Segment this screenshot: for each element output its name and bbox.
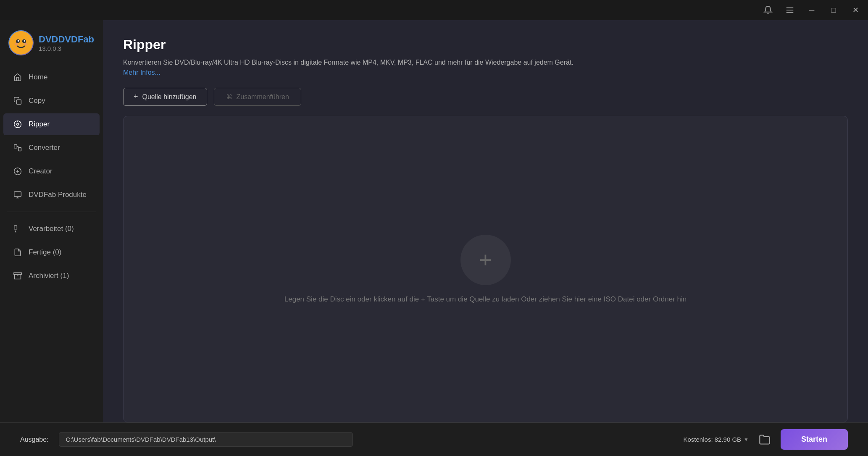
- sidebar: DVDDVDFab 13.0.0.3 Home: [0, 20, 103, 422]
- sidebar-item-copy[interactable]: Copy: [3, 90, 100, 112]
- add-source-button[interactable]: + Quelle hinzufügen: [123, 88, 207, 106]
- svg-point-3: [9, 31, 33, 55]
- drop-plus-icon: +: [479, 249, 492, 271]
- svg-rect-10: [17, 100, 21, 105]
- svg-point-12: [17, 123, 19, 126]
- sidebar-item-label: Creator: [29, 167, 53, 176]
- svg-rect-15: [14, 145, 17, 148]
- sidebar-item-label: Archiviert (1): [29, 272, 69, 280]
- window-controls: ─ □ ✕: [762, 4, 861, 16]
- merge-icon: ⌘: [226, 93, 232, 101]
- home-icon: [13, 72, 23, 82]
- svg-rect-23: [14, 226, 17, 229]
- sidebar-item-ripper[interactable]: Ripper: [3, 113, 100, 135]
- sidebar-item-label: Copy: [29, 97, 45, 105]
- processing-icon: [13, 224, 23, 234]
- titlebar: ─ □ ✕: [0, 0, 868, 20]
- footer-bar: Ausgabe: C:\Users\fab\Documents\DVDFab\D…: [0, 422, 868, 456]
- sidebar-item-creator[interactable]: Creator: [3, 160, 100, 182]
- main-layout: DVDDVDFab 13.0.0.3 Home: [0, 20, 868, 422]
- caret-down-icon: ▼: [744, 437, 749, 443]
- start-button[interactable]: Starten: [781, 429, 848, 450]
- sidebar-item-dvdfab-produkte[interactable]: DVDFab Produkte: [3, 184, 100, 206]
- drop-hint-text: Legen Sie die Disc ein oder klicken auf …: [284, 295, 687, 304]
- sidebar-item-home[interactable]: Home: [3, 66, 100, 88]
- sidebar-item-label: Home: [29, 73, 47, 81]
- svg-rect-26: [14, 273, 21, 275]
- free-space-display: Kostenlos: 82.90 GB ▼: [684, 436, 749, 443]
- sidebar-item-label: Fertige (0): [29, 248, 61, 257]
- merge-button[interactable]: ⌘ Zusammenführen: [214, 88, 301, 106]
- page-header: Ripper Konvertieren Sie DVD/Blu-ray/4K U…: [123, 37, 848, 78]
- folder-button[interactable]: [757, 432, 772, 447]
- svg-point-7: [24, 40, 26, 42]
- sidebar-divider: [7, 212, 96, 212]
- converter-icon: [13, 143, 23, 153]
- svg-rect-16: [18, 147, 21, 151]
- notification-icon[interactable]: [762, 4, 774, 16]
- copy-icon: [13, 96, 23, 106]
- sidebar-item-label: Converter: [29, 144, 60, 152]
- svg-point-9: [24, 43, 27, 45]
- output-label: Ausgabe:: [20, 436, 49, 443]
- ripper-icon: [13, 119, 23, 129]
- maximize-button[interactable]: □: [828, 4, 839, 16]
- content-area: Ripper Konvertieren Sie DVD/Blu-ray/4K U…: [103, 20, 868, 422]
- add-source-circle-button[interactable]: +: [460, 235, 511, 285]
- brand-name: DVDDVDFab: [39, 34, 94, 45]
- plus-icon: +: [134, 92, 138, 101]
- sidebar-nav: Home Copy: [0, 66, 103, 422]
- sidebar-item-label: Ripper: [29, 120, 50, 128]
- action-bar: + Quelle hinzufügen ⌘ Zusammenführen: [123, 88, 848, 106]
- sidebar-item-verarbeitet[interactable]: Verarbeitet (0): [3, 218, 100, 240]
- sidebar-item-fertige[interactable]: Fertige (0): [3, 241, 100, 263]
- svg-rect-20: [14, 192, 21, 197]
- sidebar-item-archiviert[interactable]: Archiviert (1): [3, 265, 100, 287]
- archived-icon: [13, 271, 23, 281]
- close-button[interactable]: ✕: [850, 4, 861, 16]
- page-title: Ripper: [123, 37, 848, 52]
- menu-icon[interactable]: [784, 4, 796, 16]
- version-number: 13.0.0.3: [39, 45, 94, 52]
- finished-icon: [13, 247, 23, 257]
- svg-point-6: [18, 40, 19, 42]
- page-description: Konvertieren Sie DVD/Blu-ray/4K Ultra HD…: [123, 58, 711, 78]
- app-logo: DVDDVDFab 13.0.0.3: [0, 24, 103, 66]
- output-path[interactable]: C:\Users\fab\Documents\DVDFab\DVDFab13\O…: [59, 432, 353, 447]
- svg-point-8: [15, 43, 18, 45]
- creator-icon: [13, 166, 23, 176]
- logo-text: DVDDVDFab 13.0.0.3: [39, 34, 94, 52]
- minimize-button[interactable]: ─: [806, 4, 818, 16]
- sidebar-bottom-nav: Verarbeitet (0) Fertige (0): [0, 217, 103, 288]
- sidebar-item-converter[interactable]: Converter: [3, 137, 100, 159]
- more-info-link[interactable]: Mehr Infos...: [123, 69, 160, 76]
- logo-avatar: [8, 30, 34, 55]
- sidebar-item-label: DVDFab Produkte: [29, 191, 87, 199]
- drop-zone[interactable]: + Legen Sie die Disc ein oder klicken au…: [123, 116, 848, 422]
- sidebar-item-label: Verarbeitet (0): [29, 225, 74, 233]
- products-icon: [13, 190, 23, 200]
